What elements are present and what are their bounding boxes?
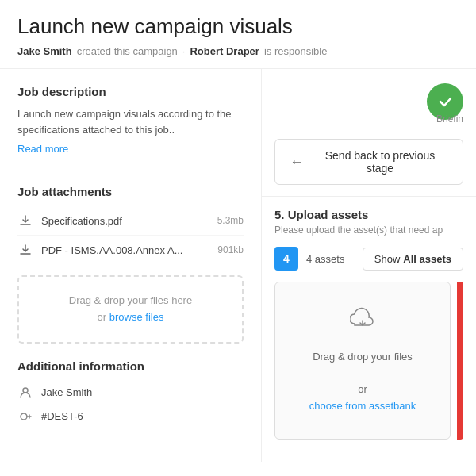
dropzone-or: or xyxy=(358,382,367,398)
attachments-section: Job attachments Specifications.pdf 5.3mb… xyxy=(17,185,244,264)
assets-count-badge: 4 xyxy=(274,247,298,271)
arrow-left-icon: ← xyxy=(290,154,304,171)
person-icon xyxy=(17,386,33,400)
additional-info-title: Additional information xyxy=(17,359,244,373)
job-description-text: Launch new campaign visuals according to… xyxy=(17,106,244,137)
separator: · xyxy=(182,45,186,57)
left-panel: Job description Launch new campaign visu… xyxy=(0,69,262,462)
attachment-size: 5.3mb xyxy=(217,215,244,226)
dropzone-or: or xyxy=(98,311,107,323)
job-description-title: Job description xyxy=(17,85,244,98)
info-id: #DEST-6 xyxy=(41,410,83,422)
dropzone-line1: Drag & drop your files xyxy=(313,349,413,366)
dropzone-text: Drag & drop your files here xyxy=(69,294,192,306)
all-assets-label: All assets xyxy=(403,253,451,265)
svg-point-0 xyxy=(23,388,28,393)
browse-link[interactable]: browse files xyxy=(109,311,164,323)
send-back-button[interactable]: ← Send back to previous stage xyxy=(274,139,463,185)
top-section: Briefin xyxy=(262,69,476,125)
download-icon[interactable] xyxy=(17,213,33,228)
show-label: Show xyxy=(374,253,401,265)
attachment-row: PDF - ISMS.AA.008.Annex A... 901kb xyxy=(17,236,244,264)
header-meta: Jake Smith created this campaign · Rober… xyxy=(17,45,459,57)
info-person-name: Jake Smith xyxy=(41,386,92,398)
upload-cloud-icon xyxy=(350,306,375,343)
upload-section-heading: Upload assets xyxy=(288,208,369,221)
page-header: Launch new campaign visuals Jake Smith c… xyxy=(0,0,476,69)
assets-dropzone[interactable]: Drag & drop your files or choose from as… xyxy=(274,282,451,440)
asset-thumbnail xyxy=(457,282,463,440)
additional-info-section: Additional information Jake Smith xyxy=(17,359,244,428)
creator-name: Jake Smith xyxy=(17,45,72,57)
responsible-text: is responsible xyxy=(264,45,328,57)
briefing-label: Briefin xyxy=(436,113,463,125)
download-icon[interactable] xyxy=(17,242,33,258)
upload-section-title: 5. Upload assets xyxy=(274,208,463,221)
attachment-name: PDF - ISMS.AA.008.Annex A... xyxy=(41,244,217,256)
page-title: Launch new campaign visuals xyxy=(17,14,459,39)
upload-section-number: 5. xyxy=(274,208,285,221)
assets-label: 4 assets xyxy=(306,253,344,265)
key-icon xyxy=(17,409,33,424)
attachment-row: Specifications.pdf 5.3mb xyxy=(17,206,244,236)
assets-bar: 4 4 assets Show All assets xyxy=(274,247,463,271)
upload-section-desc: Please upload the asset(s) that need ap xyxy=(274,225,463,236)
file-dropzone[interactable]: Drag & drop your files here or browse fi… xyxy=(17,275,244,344)
responsible-name: Robert Draper xyxy=(190,45,259,57)
content-area: Job description Launch new campaign visu… xyxy=(0,69,476,462)
assets-row: Drag & drop your files or choose from as… xyxy=(274,282,463,440)
attachment-size: 901kb xyxy=(217,244,244,255)
read-more-link[interactable]: Read more xyxy=(17,143,68,155)
attachments-title: Job attachments xyxy=(17,185,244,198)
send-back-label: Send back to previous stage xyxy=(312,149,448,175)
show-assets-button[interactable]: Show All assets xyxy=(363,248,463,271)
choose-from-assetbank-link[interactable]: choose from assetbank xyxy=(309,398,416,415)
attachment-name: Specifications.pdf xyxy=(41,215,217,227)
svg-point-1 xyxy=(21,413,27,420)
upload-section: 5. Upload assets Please upload the asset… xyxy=(262,196,476,440)
info-person-item: Jake Smith xyxy=(17,381,244,405)
right-panel: Briefin ← Send back to previous stage 5.… xyxy=(262,69,476,462)
created-text: created this campaign xyxy=(77,45,178,57)
info-id-item: #DEST-6 xyxy=(17,405,244,428)
